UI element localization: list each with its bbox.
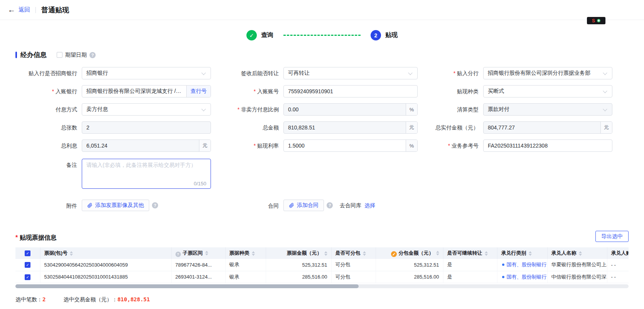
field-interest-mode: 付息方式 卖方付息 [15,103,226,116]
horizontal-scrollbar-thumb[interactable] [15,284,359,288]
sort-icon[interactable] [363,251,366,256]
field-total-actual: 总实付金额（元） 804,777.27 元 [421,121,629,134]
col-acceptor-account-header: 承兑人账号 [607,247,629,259]
field-label: 附件 [15,200,82,212]
chevron-down-icon [603,89,607,93]
ref-no-input[interactable]: FA202503111439122308 [483,139,612,152]
step-done-circle: ✓ [246,30,257,40]
select-all-checkbox[interactable]: ✓ [25,250,30,256]
clearing-type-select: 票款对付 [483,103,612,116]
edit-icon [391,251,397,257]
section-accent-bar [15,52,17,58]
field-label: 付息方式 [15,103,82,116]
transfer-after-sign-select[interactable]: 可再转让 [283,67,418,79]
field-label: 备注 [15,159,82,171]
split-amount-cell: 285,516.00 [376,271,443,283]
col-amount-header: 票据金额（元） [266,247,331,259]
transferable-cell: 是 [443,271,497,283]
operator-info-form: 贴入行是否招商银行 招商银行 签收后能否转让 可再转让 贴入分行 招商银行股份有… [0,67,644,218]
add-invoice-image-button[interactable]: 添加发票影像及其他 [82,200,149,211]
field-label: 贴入分行 [421,67,483,79]
sort-icon[interactable] [70,251,73,256]
overlay-badge-label: S [592,18,595,24]
percent-suffix: % [406,104,417,115]
expect-date-help-icon[interactable]: ? [89,52,96,58]
yuan-suffix: 元 [406,122,417,133]
col-kind-header: 票据种类 [225,247,266,259]
sort-icon[interactable] [485,251,488,256]
kind-cell: 银承 [225,259,266,271]
add-contract-button[interactable]: 添加合同 [283,200,324,211]
sub-range-help-icon[interactable]: ? [175,252,181,257]
horizontal-scrollbar[interactable] [15,284,629,288]
lookup-bank-code-button[interactable]: 查行号 [186,86,211,97]
expect-date-checkbox[interactable] [57,52,62,58]
field-discount-rate: 贴现利率 1.5000 % [226,139,421,152]
sort-icon[interactable] [205,251,208,255]
check-icon: ✓ [250,32,254,39]
field-discount-kind: 贴现种类 买断式 [421,85,629,97]
sub-range-cell: 2693401-3124... [171,271,225,283]
page-title: 普通贴现 [41,5,69,15]
acceptor-name-cell: 中信银行股份有限公司深... [547,271,607,283]
remark-placeholder: 请输入(非必填，此备注将展示给交易对手方） [86,162,196,168]
account-bank-input[interactable]: 招商银行股份有限公司深圳龙城支行 / 3085840 查行号 [82,85,211,97]
acceptor-name-cell: 华夏银行股份有限公司上... [547,259,607,271]
col-sub-range-header: ?子票区间 [171,247,225,259]
discount-kind-select[interactable]: 买断式 [483,85,612,97]
table-row: ✓ 530429004056420250304000604059 7896774… [15,259,629,271]
col-splittable-header: 是否可分包 [331,247,376,259]
attachment-help-icon[interactable]: ? [152,202,158,208]
splittable-cell: 可分包 [331,271,376,283]
total-amount-input: 810,828.51 元 [283,121,418,134]
field-remark: 备注 请输入(非必填，此备注将展示给交易对手方） 0/150 [15,159,226,189]
overlay-badge-dot-icon [597,19,600,22]
selection-summary: 选中笔数：2 选中交易金额（元）：810,828.51 [15,296,629,303]
sort-icon[interactable] [324,251,327,256]
col-transferable-header: 是否可继续转让 [443,247,497,259]
account-no-input[interactable]: 755924095910901 [283,85,418,97]
row-checkbox[interactable]: ✓ [25,262,30,268]
field-total-interest: 总利息 6,051.24 元 [15,139,226,152]
field-label: 总利息 [15,139,82,152]
contract-help-icon[interactable]: ? [327,202,333,208]
non-seller-ratio-input: 0.00 % [283,103,418,116]
topbar: ← 返回 普通贴现 [0,0,644,20]
remark-textarea[interactable]: 请输入(非必填，此备注将展示给交易对手方） 0/150 [82,159,211,189]
overlay-badge[interactable]: S [587,17,605,24]
col-split-amount-header: 分包金额（元） [376,247,443,259]
sort-icon[interactable] [529,251,532,256]
branch-select[interactable]: 招商银行股份有限公司深圳分行票据业务部 [483,67,612,79]
field-account-bank: 入账银行 招商银行股份有限公司深圳龙城支行 / 3085840 查行号 [15,85,226,97]
section-header: 经办信息 期望日期 ? [15,50,629,59]
contract-library-link[interactable]: 选择 [364,202,375,208]
is-cmb-select[interactable]: 招商银行 [82,67,211,79]
topbar-divider [35,7,36,13]
splittable-cell: 可分包 [331,259,376,271]
summary-count: 2 [42,296,46,302]
row-checkbox[interactable]: ✓ [25,274,30,280]
discount-rate-input[interactable]: 1.5000 % [283,139,418,152]
field-non-seller-ratio: 非卖方付息比例 0.00 % [226,103,421,116]
field-label: 签收后能否转让 [226,67,283,79]
blue-dot-icon [502,264,504,266]
bill-no-cell: 530429004056420250304000604059 [40,259,171,271]
contract-library-text: 去合同库 [340,202,361,208]
field-label: 入账银行 [15,85,82,97]
sort-icon[interactable] [252,251,255,256]
step-query-label: 查询 [261,31,273,39]
field-clearing-type: 清算类型 票款对付 [421,103,629,116]
back-arrow-icon[interactable]: ← [8,5,15,14]
back-link[interactable]: 返回 [19,6,30,13]
export-selected-button[interactable]: 导出选中 [595,231,629,242]
bills-table: ✓ 票据(包)号 ?子票区间 票据种类 票据金额（元） 是否可分包 分包金额（元… [15,247,629,283]
interest-mode-select[interactable]: 卖方付息 [82,103,211,116]
step-connector [283,35,361,36]
field-label: 总金额 [226,121,283,134]
sort-icon[interactable] [579,251,582,256]
field-label: 贴现种类 [421,85,483,97]
paperclip-icon [87,203,93,208]
field-is-cmb: 贴入行是否招商银行 招商银行 [15,67,226,79]
acceptor-type-cell: 国有、股份制银行 [497,271,547,283]
sort-icon[interactable] [436,251,439,255]
